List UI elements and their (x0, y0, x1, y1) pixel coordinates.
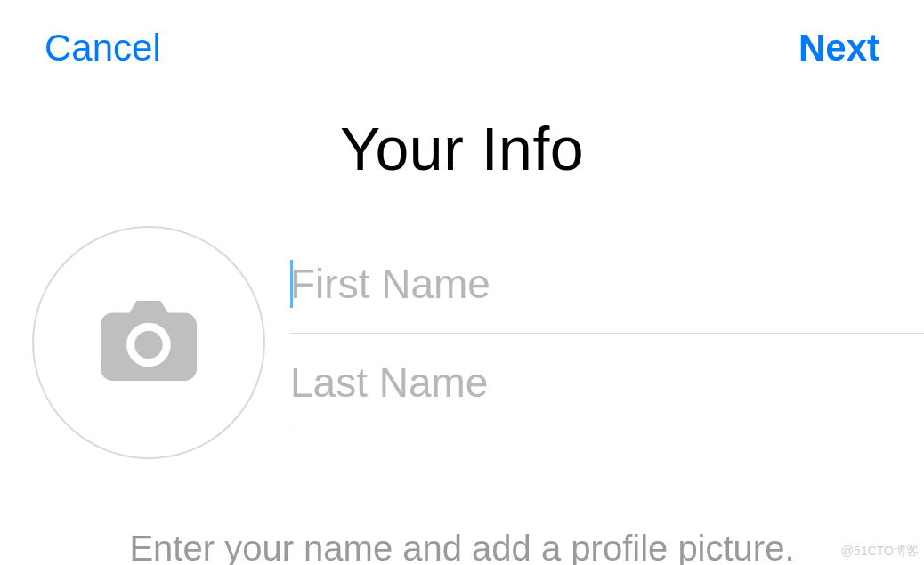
camera-icon (100, 301, 198, 384)
last-name-wrap (290, 334, 924, 432)
first-name-wrap (290, 235, 924, 334)
name-fields (290, 226, 924, 432)
last-name-field[interactable] (290, 334, 924, 432)
first-name-field[interactable] (290, 235, 924, 334)
hint-text: Enter your name and add a profile pictur… (0, 529, 924, 565)
add-photo-button[interactable] (32, 226, 265, 459)
watermark-text: @51CTO博客 (841, 544, 919, 560)
next-button[interactable]: Next (798, 27, 879, 69)
cancel-button[interactable]: Cancel (45, 27, 161, 69)
header-bar: Cancel Next (0, 0, 924, 69)
form-area (0, 226, 924, 459)
page-title: Your Info (0, 114, 924, 183)
